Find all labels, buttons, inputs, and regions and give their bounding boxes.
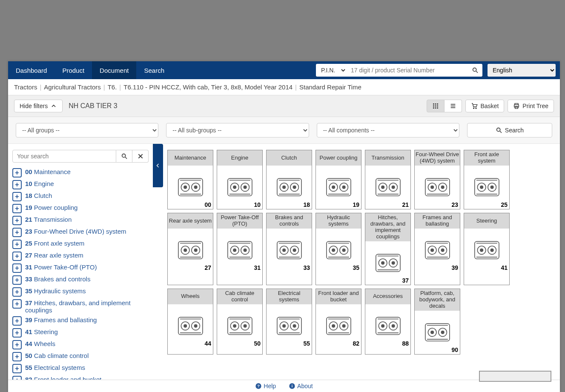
breadcrumb-item[interactable]: T6.110 - PIN HCCZ, With cab, Tier 3, 8x8…: [123, 83, 293, 91]
hide-filters-button[interactable]: Hide filters: [14, 100, 63, 112]
expand-icon[interactable]: +: [12, 228, 22, 237]
basket-button[interactable]: Basket: [465, 100, 504, 112]
tree-item[interactable]: +82 Front loader and bucket: [12, 375, 149, 380]
category-card[interactable]: Platform, cab, bodywork, and decals90: [414, 289, 460, 355]
expand-icon[interactable]: +: [12, 299, 22, 309]
nav-dashboard[interactable]: Dashboard: [8, 61, 54, 79]
tree-item[interactable]: +18 Clutch: [12, 191, 149, 203]
expand-icon[interactable]: +: [12, 340, 22, 349]
sidebar-collapse-handle[interactable]: [153, 144, 163, 187]
sidebar-search-input[interactable]: [12, 150, 116, 163]
svg-point-121: [480, 249, 483, 252]
tree-code: 55: [25, 364, 32, 371]
serial-search-button[interactable]: [468, 64, 482, 77]
category-card[interactable]: Front axle system25: [464, 150, 510, 209]
expand-icon[interactable]: +: [12, 364, 22, 373]
pin-type-select[interactable]: P.I.N.: [316, 64, 347, 77]
help-link[interactable]: ? Help: [255, 383, 276, 389]
category-card[interactable]: Accessories88: [365, 289, 411, 355]
expand-icon[interactable]: +: [12, 352, 22, 361]
card-number: 35: [353, 264, 359, 271]
svg-rect-144: [326, 317, 350, 335]
expand-icon[interactable]: +: [12, 275, 22, 285]
nav-search[interactable]: Search: [136, 61, 172, 79]
tree-item[interactable]: +41 Steering: [12, 327, 149, 339]
expand-icon[interactable]: +: [12, 287, 22, 297]
chevron-left-icon: [155, 163, 161, 168]
breadcrumb-item[interactable]: Agricultural Tractors: [44, 83, 100, 91]
info-icon: i: [289, 383, 295, 389]
expand-icon[interactable]: +: [12, 316, 22, 326]
tree-item[interactable]: +00 Maintenance: [12, 167, 149, 179]
expand-icon[interactable]: +: [12, 204, 22, 213]
serial-input[interactable]: [347, 64, 468, 77]
tree-item[interactable]: +19 Power coupling: [12, 203, 149, 215]
category-card[interactable]: Hydraulic systems35: [315, 213, 361, 285]
sidebar-clear-button[interactable]: [132, 150, 149, 163]
category-card[interactable]: Rear axle system27: [167, 213, 213, 285]
grid-view-button[interactable]: [427, 100, 445, 112]
tree-item[interactable]: +44 Wheels: [12, 339, 149, 351]
category-card[interactable]: Power coupling19: [315, 150, 361, 209]
print-tree-button[interactable]: Print Tree: [508, 100, 554, 112]
tree-item[interactable]: +23 Four-Wheel Drive (4WD) system: [12, 226, 149, 238]
card-title: Rear axle system: [168, 213, 213, 229]
category-card[interactable]: Engine10: [217, 150, 263, 209]
expand-icon[interactable]: +: [12, 192, 22, 201]
breadcrumb-item[interactable]: Tractors: [14, 83, 37, 91]
subgroups-select[interactable]: -- All sub-groups --: [166, 123, 309, 137]
list-view-button[interactable]: [445, 100, 462, 112]
tree-item[interactable]: +10 Engine: [12, 179, 149, 191]
category-card[interactable]: Four-Wheel Drive (4WD) system23: [414, 150, 460, 209]
tree-item[interactable]: +33 Brakes and controls: [12, 274, 149, 286]
sidebar-search-button[interactable]: [116, 150, 132, 163]
category-card[interactable]: Transmission21: [365, 150, 411, 209]
expand-icon[interactable]: +: [12, 263, 22, 273]
tree-item[interactable]: +37 Hitches, drawbars, and implement cou…: [12, 298, 149, 315]
category-card[interactable]: Electrical systems55: [266, 289, 312, 355]
expand-icon[interactable]: +: [12, 168, 22, 177]
tree-item[interactable]: +50 Cab climate control: [12, 351, 149, 363]
about-link[interactable]: i About: [289, 383, 313, 389]
expand-icon[interactable]: +: [12, 328, 22, 338]
tree-item[interactable]: +39 Frames and ballasting: [12, 315, 149, 327]
category-card[interactable]: Steering41: [464, 213, 510, 285]
svg-point-19: [496, 128, 500, 132]
svg-point-21: [122, 154, 125, 157]
tree-item[interactable]: +21 Transmission: [12, 215, 149, 226]
filter-search-button[interactable]: Search: [467, 123, 552, 137]
tree-code: 19: [25, 204, 32, 211]
tree-item[interactable]: +35 Hydraulic systems: [12, 286, 149, 298]
language-select[interactable]: English: [488, 64, 556, 77]
tree-label: Wheels: [34, 340, 55, 347]
expand-icon[interactable]: +: [12, 240, 22, 249]
category-card[interactable]: Clutch18: [266, 150, 312, 209]
card-title: Front loader and bucket: [316, 289, 361, 304]
search-icon: [472, 67, 479, 74]
category-card[interactable]: Hitches, drawbars, and implement couplin…: [365, 213, 411, 285]
expand-icon[interactable]: +: [12, 252, 22, 261]
nav-document[interactable]: Document: [92, 61, 136, 79]
category-card[interactable]: Front loader and bucket82: [315, 289, 361, 355]
svg-point-52: [342, 186, 345, 189]
card-title: Frames and ballasting: [415, 213, 460, 229]
breadcrumb-item[interactable]: T6.: [108, 83, 117, 91]
tree-item[interactable]: +55 Electrical systems: [12, 363, 149, 375]
category-card[interactable]: Frames and ballasting39: [414, 213, 460, 285]
category-card[interactable]: Wheels44: [167, 289, 213, 355]
card-image: 33: [267, 229, 312, 272]
category-card[interactable]: Maintenance00: [167, 150, 213, 209]
card-number: 41: [501, 264, 508, 271]
groups-select[interactable]: -- All groups --: [16, 123, 158, 137]
category-card[interactable]: Power Take-Off (PTO)31: [217, 213, 263, 285]
nav-product[interactable]: Product: [54, 61, 92, 79]
tree-item[interactable]: +25 Front axle system: [12, 238, 149, 250]
category-card[interactable]: Brakes and controls33: [266, 213, 312, 285]
category-card[interactable]: Cab climate control50: [217, 289, 263, 355]
tree-item[interactable]: +31 Power Take-Off (PTO): [12, 262, 149, 274]
expand-icon[interactable]: +: [12, 216, 22, 225]
expand-icon[interactable]: +: [12, 376, 22, 380]
components-select[interactable]: -- All components --: [317, 123, 459, 137]
tree-item[interactable]: +27 Rear axle system: [12, 250, 149, 262]
expand-icon[interactable]: +: [12, 180, 22, 189]
